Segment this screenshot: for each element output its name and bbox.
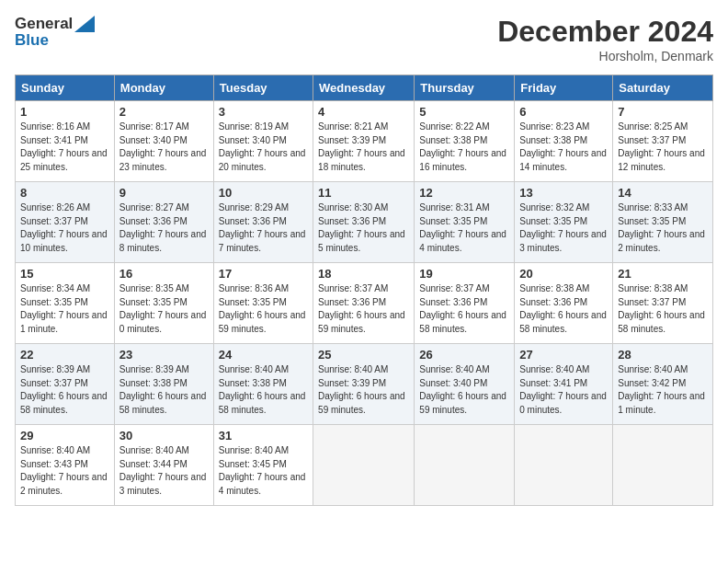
logo-flag-icon [74,16,95,32]
calendar-cell: 12Sunrise: 8:31 AMSunset: 3:35 PMDayligh… [415,182,515,263]
day-number: 11 [318,186,409,200]
day-number: 22 [20,348,109,362]
day-number: 25 [318,348,409,362]
cell-info: Sunrise: 8:36 AMSunset: 3:35 PMDaylight:… [219,283,306,334]
day-number: 30 [119,429,209,442]
col-monday: Monday [114,75,213,101]
calendar-cell: 22Sunrise: 8:39 AMSunset: 3:37 PMDayligh… [16,344,115,425]
calendar-week-row: 1Sunrise: 8:16 AMSunset: 3:41 PMDaylight… [16,101,713,182]
day-number: 13 [519,186,608,200]
day-number: 31 [219,429,308,442]
day-number: 1 [20,105,109,119]
cell-info: Sunrise: 8:22 AMSunset: 3:38 PMDaylight:… [419,121,506,172]
cell-info: Sunrise: 8:40 AMSunset: 3:39 PMDaylight:… [318,364,405,415]
cell-info: Sunrise: 8:39 AMSunset: 3:37 PMDaylight:… [20,364,108,415]
cell-info: Sunrise: 8:40 AMSunset: 3:38 PMDaylight:… [219,364,306,415]
calendar-cell: 21Sunrise: 8:38 AMSunset: 3:37 PMDayligh… [613,263,713,344]
cell-info: Sunrise: 8:40 AMSunset: 3:43 PMDaylight:… [20,445,108,496]
day-number: 2 [119,105,209,119]
calendar-cell: 3Sunrise: 8:19 AMSunset: 3:40 PMDaylight… [213,101,313,182]
calendar-cell: 16Sunrise: 8:35 AMSunset: 3:35 PMDayligh… [114,263,213,344]
day-number: 20 [519,267,608,281]
day-number: 14 [618,186,708,200]
cell-info: Sunrise: 8:26 AMSunset: 3:37 PMDaylight:… [20,202,108,253]
calendar-cell: 28Sunrise: 8:40 AMSunset: 3:42 PMDayligh… [613,344,713,425]
calendar-cell: 8Sunrise: 8:26 AMSunset: 3:37 PMDaylight… [16,182,115,263]
calendar-cell: 31Sunrise: 8:40 AMSunset: 3:45 PMDayligh… [213,425,313,506]
calendar-table: Sunday Monday Tuesday Wednesday Thursday… [15,75,713,506]
header: General Blue December 2024 Horsholm, Den… [15,15,713,63]
calendar-cell: 27Sunrise: 8:40 AMSunset: 3:41 PMDayligh… [515,344,613,425]
calendar-cell: 29Sunrise: 8:40 AMSunset: 3:43 PMDayligh… [16,425,115,506]
calendar-cell: 10Sunrise: 8:29 AMSunset: 3:36 PMDayligh… [213,182,313,263]
calendar-cell [515,425,613,506]
col-friday: Friday [515,75,613,101]
day-number: 29 [20,429,109,442]
cell-info: Sunrise: 8:35 AMSunset: 3:35 PMDaylight:… [119,283,207,334]
day-number: 17 [219,267,308,281]
cell-info: Sunrise: 8:40 AMSunset: 3:40 PMDaylight:… [419,364,506,415]
calendar-cell [313,425,415,506]
day-number: 10 [219,186,308,200]
cell-info: Sunrise: 8:38 AMSunset: 3:36 PMDaylight:… [519,283,607,334]
cell-info: Sunrise: 8:16 AMSunset: 3:41 PMDaylight:… [20,121,108,172]
month-title: December 2024 [497,15,713,49]
logo-general-text: General [15,15,73,33]
calendar-cell: 2Sunrise: 8:17 AMSunset: 3:40 PMDaylight… [114,101,213,182]
cell-info: Sunrise: 8:40 AMSunset: 3:45 PMDaylight:… [219,445,306,496]
cell-info: Sunrise: 8:40 AMSunset: 3:41 PMDaylight:… [519,364,607,415]
calendar-cell: 20Sunrise: 8:38 AMSunset: 3:36 PMDayligh… [515,263,613,344]
calendar-cell: 5Sunrise: 8:22 AMSunset: 3:38 PMDaylight… [415,101,515,182]
cell-info: Sunrise: 8:30 AMSunset: 3:36 PMDaylight:… [318,202,405,253]
title-area: December 2024 Horsholm, Denmark [497,15,713,63]
calendar-cell: 25Sunrise: 8:40 AMSunset: 3:39 PMDayligh… [313,344,415,425]
col-saturday: Saturday [613,75,713,101]
cell-info: Sunrise: 8:21 AMSunset: 3:39 PMDaylight:… [318,121,405,172]
cell-info: Sunrise: 8:38 AMSunset: 3:37 PMDaylight:… [618,283,705,334]
day-number: 27 [519,348,608,362]
day-number: 19 [419,267,509,281]
cell-info: Sunrise: 8:31 AMSunset: 3:35 PMDaylight:… [419,202,506,253]
calendar-cell [415,425,515,506]
calendar-cell: 13Sunrise: 8:32 AMSunset: 3:35 PMDayligh… [515,182,613,263]
cell-info: Sunrise: 8:23 AMSunset: 3:38 PMDaylight:… [519,121,607,172]
cell-info: Sunrise: 8:40 AMSunset: 3:42 PMDaylight:… [618,364,705,415]
day-number: 21 [618,267,708,281]
calendar-week-row: 8Sunrise: 8:26 AMSunset: 3:37 PMDaylight… [16,182,713,263]
day-number: 18 [318,267,409,281]
location: Horsholm, Denmark [497,49,713,63]
calendar-week-row: 22Sunrise: 8:39 AMSunset: 3:37 PMDayligh… [16,344,713,425]
calendar-week-row: 15Sunrise: 8:34 AMSunset: 3:35 PMDayligh… [16,263,713,344]
day-number: 15 [20,267,109,281]
day-number: 28 [618,348,708,362]
calendar-cell: 26Sunrise: 8:40 AMSunset: 3:40 PMDayligh… [415,344,515,425]
calendar-cell: 15Sunrise: 8:34 AMSunset: 3:35 PMDayligh… [16,263,115,344]
calendar-cell: 17Sunrise: 8:36 AMSunset: 3:35 PMDayligh… [213,263,313,344]
cell-info: Sunrise: 8:37 AMSunset: 3:36 PMDaylight:… [419,283,506,334]
calendar-cell: 19Sunrise: 8:37 AMSunset: 3:36 PMDayligh… [415,263,515,344]
calendar-cell: 11Sunrise: 8:30 AMSunset: 3:36 PMDayligh… [313,182,415,263]
calendar-header-row: Sunday Monday Tuesday Wednesday Thursday… [16,75,713,101]
col-thursday: Thursday [415,75,515,101]
cell-info: Sunrise: 8:27 AMSunset: 3:36 PMDaylight:… [119,202,207,253]
calendar-cell: 6Sunrise: 8:23 AMSunset: 3:38 PMDaylight… [515,101,613,182]
day-number: 5 [419,105,509,119]
day-number: 24 [219,348,308,362]
cell-info: Sunrise: 8:39 AMSunset: 3:38 PMDaylight:… [119,364,207,415]
calendar-week-row: 29Sunrise: 8:40 AMSunset: 3:43 PMDayligh… [16,425,713,506]
cell-info: Sunrise: 8:40 AMSunset: 3:44 PMDaylight:… [119,445,207,496]
cell-info: Sunrise: 8:34 AMSunset: 3:35 PMDaylight:… [20,283,108,334]
cell-info: Sunrise: 8:29 AMSunset: 3:36 PMDaylight:… [219,202,306,253]
day-number: 4 [318,105,409,119]
col-sunday: Sunday [16,75,115,101]
calendar-cell: 23Sunrise: 8:39 AMSunset: 3:38 PMDayligh… [114,344,213,425]
calendar-cell: 14Sunrise: 8:33 AMSunset: 3:35 PMDayligh… [613,182,713,263]
day-number: 26 [419,348,509,362]
cell-info: Sunrise: 8:33 AMSunset: 3:35 PMDaylight:… [618,202,705,253]
day-number: 12 [419,186,509,200]
calendar-cell: 7Sunrise: 8:25 AMSunset: 3:37 PMDaylight… [613,101,713,182]
logo-container: General Blue [15,15,95,50]
cell-info: Sunrise: 8:19 AMSunset: 3:40 PMDaylight:… [219,121,306,172]
day-number: 9 [119,186,209,200]
calendar-cell: 24Sunrise: 8:40 AMSunset: 3:38 PMDayligh… [213,344,313,425]
